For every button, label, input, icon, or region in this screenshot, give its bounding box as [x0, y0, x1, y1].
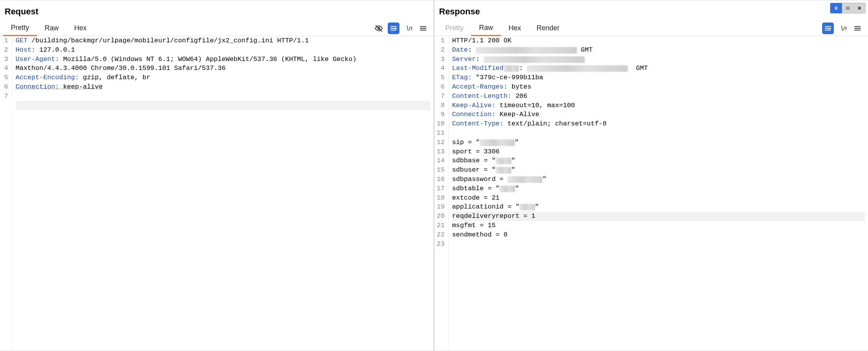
- visibility-off-icon[interactable]: [373, 23, 385, 34]
- request-gutter: 1234567: [0, 36, 12, 351]
- request-title: Request: [0, 0, 434, 21]
- menu-icon[interactable]: [417, 23, 429, 34]
- tab-raw[interactable]: Raw: [471, 21, 501, 36]
- request-tabbar: Pretty Raw Hex \n: [0, 21, 434, 36]
- response-panel: Response Pretty Raw Hex Render \n 123456…: [434, 0, 868, 351]
- request-editor[interactable]: 1234567 GET /building/backmgr/urlpage/mo…: [0, 36, 434, 351]
- response-tabbar: Pretty Raw Hex Render \n: [434, 21, 868, 36]
- split-view: Request Pretty Raw Hex \n: [0, 0, 868, 351]
- list-button[interactable]: [842, 3, 854, 13]
- intercept-toolbar: [830, 3, 866, 14]
- svg-rect-8: [835, 7, 836, 10]
- response-gutter: 1234567891011121314151617181920212223: [434, 36, 449, 351]
- wrap-toggle-icon[interactable]: [388, 23, 399, 34]
- show-newlines-button[interactable]: \n: [837, 23, 849, 34]
- tab-raw[interactable]: Raw: [37, 21, 66, 35]
- wrap-toggle-icon[interactable]: [822, 23, 834, 34]
- pause-button[interactable]: [830, 3, 842, 13]
- tab-hex[interactable]: Hex: [66, 21, 94, 35]
- svg-rect-13: [858, 7, 861, 10]
- svg-rect-9: [837, 7, 837, 10]
- show-newlines-button[interactable]: \n: [403, 23, 414, 34]
- tab-render[interactable]: Render: [529, 21, 567, 35]
- menu-icon[interactable]: [852, 23, 863, 34]
- request-code[interactable]: GET /building/backmgr/urlpage/mobileurl/…: [12, 36, 434, 351]
- response-code[interactable]: HTTP/1.1 200 OKDate: GMTServer: Last-Mod…: [449, 36, 868, 351]
- request-panel: Request Pretty Raw Hex \n: [0, 0, 434, 351]
- tab-pretty[interactable]: Pretty: [3, 21, 37, 36]
- response-editor[interactable]: 1234567891011121314151617181920212223 HT…: [434, 36, 868, 351]
- response-title: Response: [434, 0, 868, 21]
- tab-hex[interactable]: Hex: [501, 21, 529, 35]
- stop-button[interactable]: [854, 3, 865, 13]
- tab-pretty[interactable]: Pretty: [437, 21, 471, 35]
